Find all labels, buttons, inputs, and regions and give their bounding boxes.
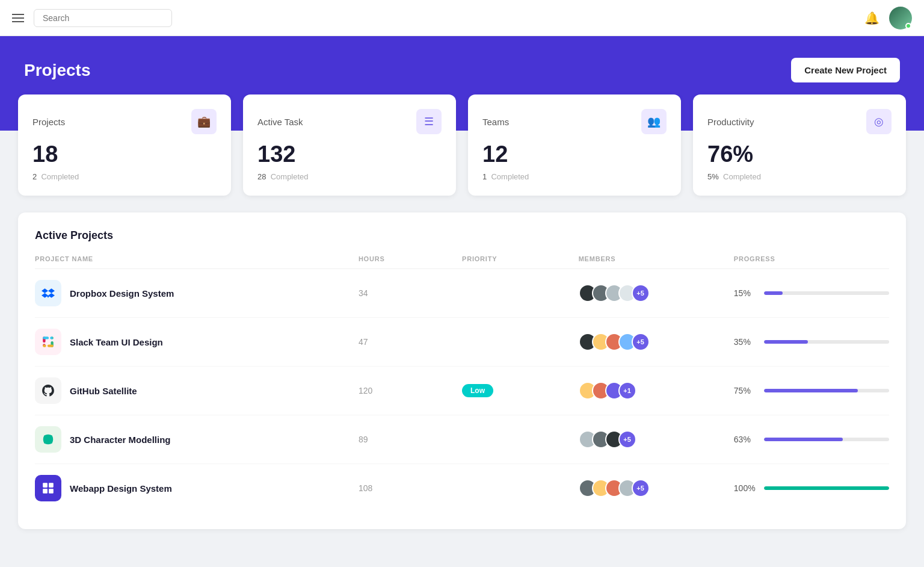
search-input[interactable] [34,9,172,27]
stat-card-teams: Teams 👥 12 1 Completed [468,94,681,196]
progress-bar-background [764,291,889,295]
members-cell: +5 [579,284,734,302]
table-row[interactable]: GitHub Satellite 120 Low +1 75% [35,367,889,415]
progress-cell: 15% [734,288,889,298]
table-row[interactable]: Slack Team UI Design 47 +5 35% [35,318,889,367]
table-body: Dropbox Design System 34 +5 15% Slack Te… [35,269,889,512]
stat-card-productivity: Productivity ◎ 76% 5% Completed [693,94,906,196]
members-cell: +5 [579,333,734,351]
progress-bar-background [764,486,889,490]
stat-title: Teams [482,117,509,127]
project-icon-slack [35,329,61,355]
progress-percent: 75% [734,386,757,395]
member-avatars: +5 [579,430,636,448]
page-title: Projects [24,61,91,80]
progress-bar-fill [764,486,889,490]
progress-bar-fill [764,291,783,295]
priority-cell: Low [462,384,579,397]
col-members: MEMBERS [579,255,734,262]
stat-title: Productivity [707,117,754,127]
table-row[interactable]: Dropbox Design System 34 +5 15% [35,269,889,318]
active-projects-section: Active Projects PROJECT NAME HOURS PRIOR… [18,212,906,529]
svg-rect-7 [50,336,52,339]
table-row[interactable]: 3D Character Modelling 89 +5 63% [35,415,889,464]
progress-cell: 75% [734,386,889,395]
svg-rect-6 [43,336,49,339]
stat-icon-active-task: ☰ [416,109,442,134]
nav-right: 🔔 [864,7,912,29]
stat-header: Projects 💼 [32,109,217,134]
stat-sub: 5% Completed [707,172,892,181]
stat-icon-teams: 👥 [641,109,667,134]
progress-bar-fill [764,340,808,344]
hours-cell: 120 [359,386,462,395]
online-status-dot [905,23,911,29]
progress-percent: 63% [734,435,757,444]
svg-rect-10 [43,489,48,494]
svg-rect-4 [48,344,54,347]
col-progress: PROGRESS [734,255,889,262]
stat-value: 18 [32,141,217,167]
stat-header: Active Task ☰ [257,109,442,134]
hamburger-menu[interactable] [12,14,24,22]
progress-bar-fill [764,438,843,441]
progress-percent: 35% [734,337,757,347]
svg-rect-5 [43,344,46,347]
stat-value: 76% [707,141,892,167]
member-count-badge: +5 [632,333,650,351]
hours-cell: 47 [359,337,462,347]
project-name-cell: Dropbox Design System [35,280,359,306]
avatar[interactable] [889,7,912,29]
hours-cell: 108 [359,483,462,493]
member-count-badge: +5 [632,284,650,302]
svg-rect-11 [49,489,54,494]
stat-value: 132 [257,141,442,167]
top-navigation: 🔔 [0,0,924,36]
members-cell: +1 [579,382,734,400]
member-count-badge: +1 [618,382,636,400]
stat-sub: 2 Completed [32,172,217,181]
svg-rect-8 [43,483,48,488]
create-new-project-button[interactable]: Create New Project [791,58,900,82]
project-icon-dropbox [35,280,61,306]
project-name-cell: Webapp Design System [35,475,359,501]
stat-title: Active Task [257,117,303,127]
member-avatars: +5 [579,479,650,497]
members-cell: +5 [579,479,734,497]
member-avatars: +1 [579,382,636,400]
col-project-name: PROJECT NAME [35,255,359,262]
project-icon-3d-character [35,426,61,453]
svg-rect-9 [49,483,54,488]
stat-sub: 28 Completed [257,172,442,181]
project-name: 3D Character Modelling [70,435,171,445]
project-name: Slack Team UI Design [70,337,163,347]
project-name: GitHub Satellite [70,386,137,396]
project-name: Dropbox Design System [70,288,174,299]
stat-value: 12 [482,141,667,167]
table-header: PROJECT NAME HOURS PRIORITY MEMBERS PROG… [35,255,889,269]
col-priority: PRIORITY [462,255,579,262]
hours-cell: 89 [359,435,462,444]
notification-bell-icon[interactable]: 🔔 [864,11,879,25]
project-name-cell: Slack Team UI Design [35,329,359,355]
stat-sub: 1 Completed [482,172,667,181]
table-row[interactable]: Webapp Design System 108 +5 100% [35,464,889,512]
stat-header: Productivity ◎ [707,109,892,134]
project-icon-github [35,377,61,404]
stat-title: Projects [32,117,65,127]
member-avatars: +5 [579,284,650,302]
project-name-cell: GitHub Satellite [35,377,359,404]
stat-icon-productivity: ◎ [866,109,892,134]
progress-percent: 15% [734,288,757,298]
stat-header: Teams 👥 [482,109,667,134]
progress-cell: 63% [734,435,889,444]
project-name: Webapp Design System [70,483,172,494]
stat-card-projects: Projects 💼 18 2 Completed [18,94,231,196]
col-hours: HOURS [359,255,462,262]
progress-bar-background [764,389,889,392]
progress-cell: 35% [734,337,889,347]
stat-card-active-task: Active Task ☰ 132 28 Completed [243,94,456,196]
member-count-badge: +5 [618,430,636,448]
hours-cell: 34 [359,288,462,298]
priority-badge: Low [462,384,493,397]
